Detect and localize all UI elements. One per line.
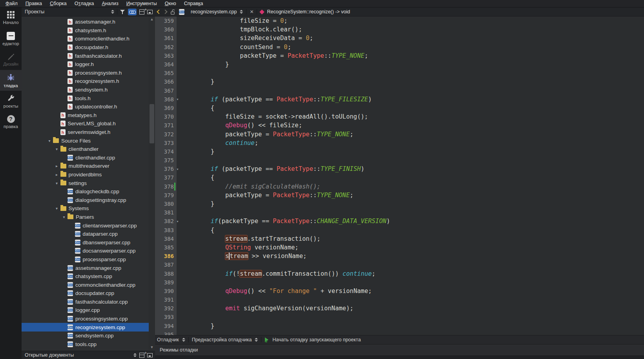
tree-item[interactable]: C++docsupdater.cpp bbox=[22, 289, 149, 298]
tree-item[interactable]: C++docsanswerparser.cpp bbox=[22, 247, 149, 255]
line-number[interactable]: 383 bbox=[155, 227, 174, 233]
tree-item[interactable]: C++dialogcheckdb.cpp bbox=[22, 187, 149, 196]
tree-scrollbar-thumb[interactable] bbox=[150, 104, 154, 143]
tree-item[interactable]: htools.h bbox=[22, 94, 149, 103]
code-line[interactable]: 383 { bbox=[155, 226, 644, 234]
line-number[interactable]: 381 bbox=[155, 209, 174, 216]
debugger-preset[interactable]: Преднастройка отладчика bbox=[192, 337, 252, 343]
code-line[interactable]: 385 QString versionName; bbox=[155, 243, 644, 252]
line-number[interactable]: 376 bbox=[155, 166, 174, 172]
mode-debug[interactable]: тладка bbox=[0, 70, 22, 91]
line-number[interactable]: 368 bbox=[155, 96, 174, 103]
line-number[interactable]: 370 bbox=[155, 114, 174, 120]
code-line[interactable]: 370 fileSize = socket->readAll().toULong… bbox=[155, 112, 644, 121]
preset-selector-icon[interactable] bbox=[255, 338, 258, 342]
navigate-back-icon[interactable] bbox=[157, 9, 161, 14]
tree-item[interactable]: hmetatypes.h bbox=[22, 111, 149, 120]
tree-item[interactable]: C++processparser.cpp bbox=[22, 255, 149, 264]
line-number[interactable]: 372 bbox=[155, 131, 174, 137]
tree-expander-icon[interactable]: ▾ bbox=[53, 181, 60, 185]
code-line[interactable]: 369 { bbox=[155, 104, 644, 112]
panel-selector-icon[interactable] bbox=[133, 353, 137, 357]
code-line[interactable]: 391 bbox=[155, 295, 644, 304]
line-number[interactable]: 393 bbox=[155, 314, 174, 320]
code-editor[interactable]: 359 fileSize = 0;360 tmpBlock.clear();36… bbox=[155, 16, 644, 335]
tree-item[interactable]: ▸providerdblms bbox=[22, 170, 149, 179]
tree-item[interactable]: C++chatsystem.cpp bbox=[22, 272, 149, 281]
code-line[interactable]: 371 qDebug() << fileSize; bbox=[155, 121, 644, 130]
code-line[interactable]: 360 tmpBlock.clear(); bbox=[155, 25, 644, 34]
code-line[interactable]: 365 bbox=[155, 69, 644, 77]
line-number[interactable]: 394 bbox=[155, 323, 174, 329]
filter-icon[interactable] bbox=[120, 9, 125, 15]
line-number[interactable]: 361 bbox=[155, 35, 174, 41]
line-number[interactable]: 360 bbox=[155, 26, 174, 33]
line-number[interactable]: 379 bbox=[155, 192, 174, 198]
menu-item-debug[interactable]: Отладка bbox=[71, 0, 98, 7]
tree-item[interactable]: hassetsmanager.h bbox=[22, 18, 149, 26]
start-debug-icon[interactable] bbox=[265, 337, 269, 342]
tree-item[interactable]: C++tools.cpp bbox=[22, 340, 149, 349]
code-line[interactable]: 363 packetType = PacketType::TYPE_NONE; bbox=[155, 51, 644, 60]
tree-item[interactable]: C++commonclienthandler.cpp bbox=[22, 280, 149, 289]
fold-marker-icon[interactable]: ▾ bbox=[174, 167, 181, 171]
line-number[interactable]: 385 bbox=[155, 244, 174, 251]
code-line[interactable]: 377 { bbox=[155, 173, 644, 182]
tree-item[interactable]: C++logger.cpp bbox=[22, 306, 149, 315]
close-document-icon[interactable]: ✕ bbox=[250, 9, 254, 15]
navigate-forward-icon[interactable] bbox=[163, 9, 167, 14]
code-line[interactable]: 388 if(!stream.commitTransaction()) cont… bbox=[155, 269, 644, 278]
line-number[interactable]: 395 bbox=[155, 332, 174, 335]
line-number[interactable]: 392 bbox=[155, 305, 174, 311]
start-debug-label[interactable]: Начать отладку запускающего проекта bbox=[272, 337, 361, 343]
scroll-up-icon[interactable]: ▲ bbox=[149, 16, 155, 22]
tree-item[interactable]: hchatsystem.h bbox=[22, 26, 149, 35]
menu-item-edit[interactable]: Правка bbox=[22, 0, 46, 7]
line-number[interactable]: 387 bbox=[155, 262, 174, 268]
tree-item[interactable]: hserverlmswidget.h bbox=[22, 128, 149, 137]
line-number[interactable]: 359 bbox=[155, 18, 174, 24]
code-line[interactable]: 361 sizeReceiveData = 0; bbox=[155, 34, 644, 42]
code-line[interactable]: 362 countSend = 0; bbox=[155, 43, 644, 51]
code-line[interactable]: 376▾ if (packetType == PacketType::TYPE_… bbox=[155, 165, 644, 173]
line-number[interactable]: 382 bbox=[155, 218, 174, 224]
line-number[interactable]: 384 bbox=[155, 236, 174, 242]
tree-item[interactable]: hfasthashcalculator.h bbox=[22, 51, 149, 60]
split-panel-icon[interactable] bbox=[139, 9, 144, 15]
menu-item-help[interactable]: Справка bbox=[180, 0, 207, 7]
tree-item[interactable]: ▾Source Files bbox=[22, 136, 149, 145]
project-tree[interactable]: hassetsmanager.hhchatsystem.hhcommonclie… bbox=[22, 16, 149, 351]
line-number[interactable]: 389 bbox=[155, 279, 174, 286]
code-line[interactable]: 390 qDebug() << "For change " + versionN… bbox=[155, 287, 644, 295]
code-line[interactable]: 381 bbox=[155, 208, 644, 217]
tree-item[interactable]: hdocsupdater.h bbox=[22, 43, 149, 52]
line-number[interactable]: 363 bbox=[155, 53, 174, 59]
menu-item-window[interactable]: Окно bbox=[161, 0, 180, 7]
menu-item-analyze[interactable]: Анализ bbox=[98, 0, 122, 7]
mode-editor[interactable]: едактор bbox=[0, 28, 22, 49]
tree-item[interactable]: C++dialogsettingstray.cpp bbox=[22, 196, 149, 204]
tree-item[interactable]: C++dbanswerparser.cpp bbox=[22, 238, 149, 247]
code-line[interactable]: 368▾ if (packetType == PacketType::TYPE_… bbox=[155, 95, 644, 104]
code-line[interactable]: 392 emit sigChangeVersion(versionName); bbox=[155, 304, 644, 313]
line-number[interactable]: 390 bbox=[155, 288, 174, 294]
menu-item-file[interactable]: Файл bbox=[2, 0, 22, 7]
code-line[interactable]: 367 bbox=[155, 86, 644, 95]
code-line[interactable]: 359 fileSize = 0; bbox=[155, 16, 644, 25]
line-number[interactable]: 391 bbox=[155, 297, 174, 303]
tree-expander-icon[interactable]: ▾ bbox=[46, 139, 53, 143]
hide-panel-icon[interactable] bbox=[147, 353, 153, 357]
panel-selector-icon[interactable] bbox=[111, 10, 114, 14]
code-line[interactable]: 380 } bbox=[155, 200, 644, 208]
code-line[interactable]: 364 } bbox=[155, 60, 644, 69]
code-line[interactable]: 387 bbox=[155, 260, 644, 269]
line-number[interactable]: 377 bbox=[155, 174, 174, 181]
tree-item[interactable]: ▾settings bbox=[22, 179, 149, 187]
tree-item[interactable]: ▾Parsers bbox=[22, 213, 149, 222]
debugger-label[interactable]: Отладчик bbox=[157, 337, 179, 343]
mode-welcome[interactable]: Начало bbox=[0, 7, 22, 28]
tree-item[interactable]: hprocessingsystem.h bbox=[22, 69, 149, 77]
code-line[interactable]: 389 bbox=[155, 278, 644, 287]
tree-item[interactable]: hsendsystem.h bbox=[22, 86, 149, 94]
code-line[interactable]: 372 packetType = PacketType::TYPE_NONE; bbox=[155, 130, 644, 138]
